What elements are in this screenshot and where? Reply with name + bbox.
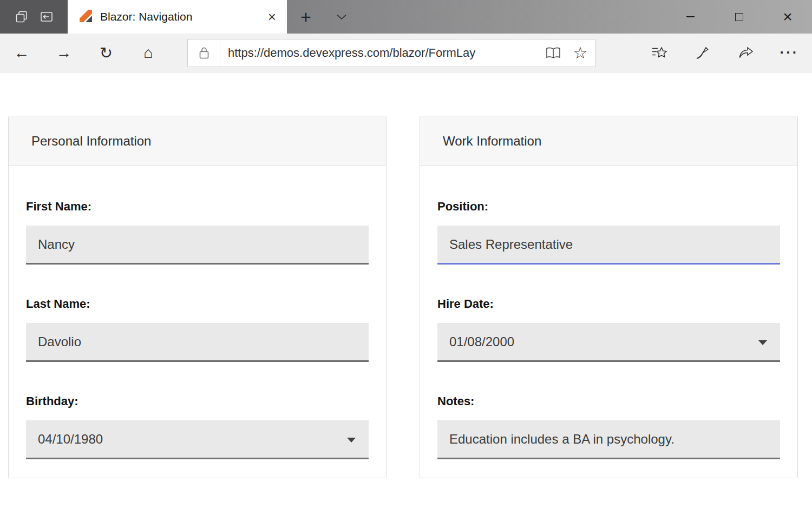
position-field: Position: bbox=[437, 200, 780, 265]
titlebar: Blazor: Navigation × + × bbox=[0, 0, 812, 34]
web-note-pen-icon[interactable] bbox=[687, 38, 718, 68]
new-tab-button[interactable]: + bbox=[287, 0, 325, 34]
birthday-dropdown[interactable] bbox=[26, 420, 369, 459]
card-body: Position: Hire Date: Notes: bbox=[420, 166, 797, 478]
notes-input[interactable] bbox=[437, 420, 780, 459]
field-label: Last Name: bbox=[26, 297, 369, 311]
work-information-card: Work Information Position: Hire Date: No… bbox=[420, 116, 798, 478]
forward-button[interactable]: → bbox=[49, 38, 79, 68]
card-header: Personal Information bbox=[9, 116, 386, 166]
hire-date-field: Hire Date: bbox=[437, 297, 780, 362]
favicon bbox=[78, 9, 93, 25]
navigation-bar: ← → ↻ ⌂ https://demos.devexpress.com/bla… bbox=[0, 34, 812, 72]
more-options-icon[interactable]: ··· bbox=[774, 38, 804, 68]
tab-title: Blazor: Navigation bbox=[100, 10, 258, 23]
notes-field: Notes: bbox=[437, 394, 780, 459]
close-tab-icon[interactable]: × bbox=[266, 10, 278, 24]
minimize-icon bbox=[686, 16, 695, 17]
minimize-button[interactable] bbox=[666, 0, 715, 34]
position-input[interactable] bbox=[437, 226, 780, 265]
close-window-button[interactable]: × bbox=[763, 0, 812, 34]
share-icon[interactable] bbox=[731, 38, 761, 68]
close-window-icon: × bbox=[783, 9, 793, 25]
favorites-hub-icon[interactable] bbox=[644, 38, 675, 68]
window-controls: × bbox=[666, 0, 812, 34]
tab-preview-icon[interactable] bbox=[15, 10, 29, 24]
personal-information-card: Personal Information First Name: Last Na… bbox=[8, 116, 387, 478]
first-name-field: First Name: bbox=[26, 200, 369, 265]
tab-list-chevron-icon[interactable] bbox=[325, 0, 358, 34]
field-label: Hire Date: bbox=[437, 297, 780, 311]
back-button[interactable]: ← bbox=[6, 38, 37, 68]
set-tabs-aside-icon[interactable] bbox=[40, 10, 54, 24]
card-title: Work Information bbox=[443, 134, 541, 149]
address-bar[interactable]: https://demos.devexpress.com/blazor/Form… bbox=[187, 39, 595, 67]
first-name-input[interactable] bbox=[26, 226, 369, 265]
url-text: https://demos.devexpress.com/blazor/Form… bbox=[220, 46, 541, 60]
reading-view-icon[interactable] bbox=[541, 41, 566, 65]
tab-actions-strip bbox=[0, 0, 68, 34]
last-name-input[interactable] bbox=[26, 323, 369, 362]
maximize-icon bbox=[735, 13, 743, 21]
field-label: Notes: bbox=[437, 394, 780, 408]
lock-icon[interactable] bbox=[188, 39, 220, 67]
home-button[interactable]: ⌂ bbox=[133, 38, 163, 68]
toolbar-icons: ··· bbox=[644, 38, 806, 68]
maximize-button[interactable] bbox=[715, 0, 763, 34]
field-label: Birthday: bbox=[26, 394, 369, 408]
browser-tab[interactable]: Blazor: Navigation × bbox=[68, 0, 287, 34]
last-name-field: Last Name: bbox=[26, 297, 369, 362]
card-header: Work Information bbox=[420, 116, 797, 166]
add-favorite-star-icon[interactable]: ☆ bbox=[568, 41, 593, 65]
birthday-field: Birthday: bbox=[26, 394, 369, 459]
hire-date-dropdown[interactable] bbox=[437, 323, 780, 362]
card-body: First Name: Last Name: Birthday: bbox=[9, 166, 386, 478]
card-title: Personal Information bbox=[31, 134, 151, 149]
field-label: First Name: bbox=[26, 200, 369, 214]
refresh-button[interactable]: ↻ bbox=[91, 38, 121, 68]
page-content: Personal Information First Name: Last Na… bbox=[0, 72, 812, 514]
field-label: Position: bbox=[437, 200, 780, 214]
